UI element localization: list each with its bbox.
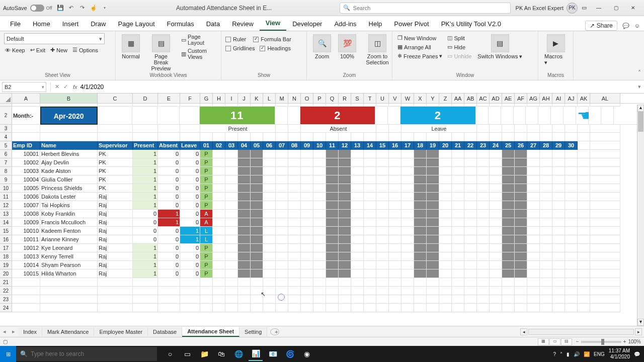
cell[interactable] [238,193,251,201]
cell[interactable] [551,107,564,125]
table-header[interactable]: Name [40,141,98,150]
cell[interactable] [288,125,301,133]
cell[interactable] [133,125,158,133]
cell[interactable] [515,175,527,184]
cell[interactable] [502,227,515,235]
cell[interactable] [490,295,502,304]
cell[interactable] [515,261,527,269]
cell[interactable]: 10006 [12,193,40,201]
cell[interactable] [439,227,452,235]
cell[interactable] [376,133,389,141]
cell[interactable] [313,269,326,278]
cell[interactable] [376,167,389,175]
column-header[interactable]: N [288,94,301,103]
cell[interactable] [301,287,313,295]
cell[interactable] [578,227,590,235]
cell[interactable] [565,125,578,133]
record-macro-icon[interactable]: ▢ [3,339,8,344]
cell[interactable] [301,235,313,244]
cell[interactable] [313,252,326,261]
zoom-to-selection-button[interactable]: ◫Zoom to Selection [361,33,393,66]
cell[interactable] [538,107,551,125]
cell[interactable] [288,252,301,261]
cell[interactable] [339,235,351,244]
cell[interactable] [351,218,364,227]
cell[interactable] [565,201,578,210]
cell[interactable] [339,261,351,269]
cell[interactable]: P [200,269,213,278]
cell[interactable] [376,218,389,227]
cell[interactable] [276,252,288,261]
cell[interactable] [288,201,301,210]
cell[interactable] [200,278,213,287]
cell[interactable] [251,175,263,184]
smiley-icon[interactable]: ☺ [634,23,640,29]
cell[interactable]: 10011 [12,235,40,244]
cell[interactable] [452,287,464,295]
cell[interactable] [439,252,452,261]
cell[interactable] [565,210,578,218]
cell[interactable] [301,304,313,312]
cell[interactable] [527,125,540,133]
cell[interactable] [452,158,464,167]
cell[interactable] [590,227,620,235]
cell[interactable] [180,295,200,304]
task-view-icon[interactable]: ▭ [180,347,194,361]
cell[interactable] [515,227,527,235]
cell[interactable]: Raj [98,218,133,227]
cell[interactable] [389,269,401,278]
arrange-all-button[interactable]: ▦Arrange All [396,43,443,51]
cell[interactable]: 10007 [12,201,40,210]
cell[interactable] [502,175,515,184]
cell[interactable] [427,193,439,201]
cell[interactable] [477,269,490,278]
cell[interactable] [477,210,490,218]
cell[interactable] [552,278,565,287]
cell[interactable] [527,201,540,210]
cell[interactable] [590,261,620,269]
cell[interactable] [502,287,515,295]
cell[interactable] [464,252,477,261]
cell[interactable] [326,278,339,287]
day-header[interactable]: 23 [477,141,490,150]
cell[interactable] [414,304,427,312]
cell[interactable] [414,158,427,167]
cell[interactable] [376,175,389,184]
cell[interactable] [565,218,578,227]
vertical-scrollbar[interactable]: ▲ ▼ [637,105,644,326]
cell[interactable]: 0 [180,252,200,261]
normal-view-icon[interactable]: ▦ [538,338,549,345]
cell[interactable] [464,158,477,167]
cell[interactable] [490,287,502,295]
cell[interactable] [490,278,502,287]
cell[interactable] [276,167,288,175]
table-header[interactable]: Leave [180,141,200,150]
cell[interactable] [263,167,276,175]
cell[interactable] [326,235,339,244]
cell[interactable] [439,287,452,295]
cell[interactable] [376,184,389,193]
cell[interactable] [540,269,552,278]
cell[interactable] [565,244,578,252]
cell[interactable] [158,295,180,304]
cell[interactable]: 10013 [12,252,40,261]
cell[interactable]: 1 [158,210,180,218]
tab-page-layout[interactable]: Page Layout [112,17,161,31]
cell[interactable] [288,210,301,218]
cell[interactable] [578,210,590,218]
cell[interactable] [477,184,490,193]
cell[interactable] [439,244,452,252]
cell[interactable] [12,278,40,287]
cell[interactable]: 1 [133,252,158,261]
sheet-tab[interactable]: Index [18,327,42,336]
cell[interactable] [213,201,225,210]
column-header[interactable]: U [376,94,389,103]
cell[interactable] [251,150,263,158]
cell[interactable] [527,295,540,304]
undo-icon[interactable]: ↶ [67,4,75,12]
cell[interactable]: 0 [158,175,180,184]
zoom-in-icon[interactable]: + [623,339,626,344]
cell[interactable] [540,167,552,175]
cell[interactable] [552,244,565,252]
cell[interactable]: Princess Shields [40,184,98,193]
